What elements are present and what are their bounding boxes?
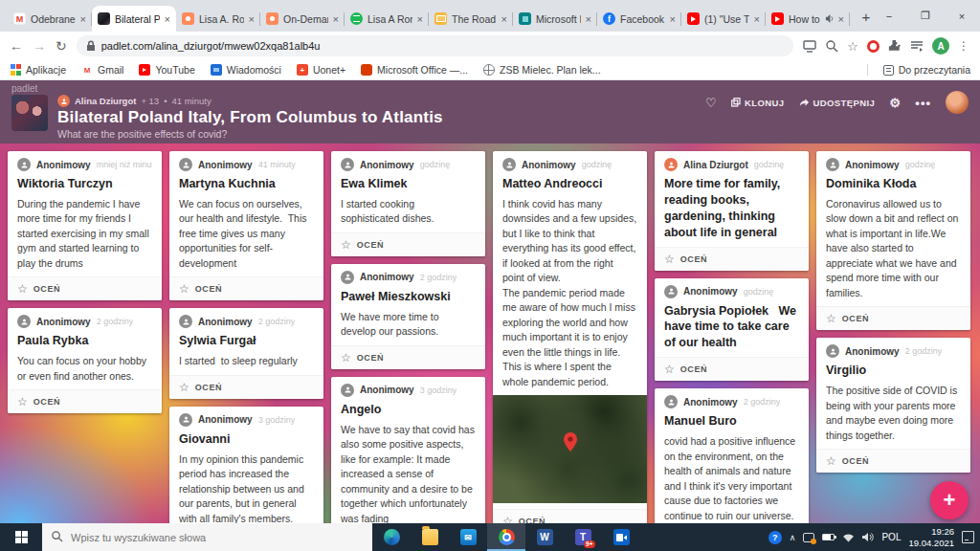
bookmark-star-icon[interactable]: ☆ [847,39,858,54]
share-button[interactable]: UDOSTĘPNIJ [799,98,876,108]
taskbar-camera-icon[interactable] [602,523,640,551]
note-card[interactable]: Anonimowy 2 godziny Sylwia Furgał I star… [169,308,323,398]
padlet-board[interactable]: Anonimowy mniej niż minutę Wiktoria Turc… [0,143,980,523]
note-card[interactable]: Anonimowy godzinę Ewa Klimek I started c… [331,151,485,256]
taskbar-clock[interactable]: 19:26 19.04.2021 [908,526,954,549]
tab-close-icon[interactable]: × [333,13,339,25]
reading-list-button[interactable]: Do przeczytania [883,64,970,76]
collaborator-count[interactable]: + 13 [141,96,159,106]
extension-red-o-icon[interactable] [867,40,880,53]
bookmark-item[interactable]: + Uonet+ [297,64,345,76]
taskbar-teams-icon[interactable]: T9+ [564,523,602,551]
rate-button[interactable]: ☆ OCEŃ [493,509,647,523]
tab-close-icon[interactable]: × [670,13,676,25]
browser-tab[interactable]: On-Demand × [260,6,345,32]
note-card[interactable]: Anonimowy 3 godziny Giovanni In my opini… [169,407,323,523]
minimize-button[interactable]: − [871,0,907,32]
user-avatar[interactable] [946,91,969,114]
post-body: I started cooking sophisticated dishes. [331,192,485,227]
tab-close-icon[interactable]: × [417,13,423,25]
bookmark-item[interactable]: Aplikacje [10,64,66,76]
tab-close-icon[interactable]: × [586,13,591,25]
taskbar-word-icon[interactable]: W [525,523,564,551]
language-indicator[interactable]: POL [881,532,901,542]
rate-button[interactable]: ☆ OCEŃ [8,389,162,413]
add-post-button[interactable]: + [930,481,969,519]
browser-tab[interactable]: Lisa A Roma × [345,6,429,32]
note-card[interactable]: Anonimowy 3 godziny Angelo We have to sa… [331,377,485,523]
tab-close-icon[interactable]: × [249,13,255,25]
help-icon[interactable]: ? [768,531,782,544]
start-button[interactable] [0,523,42,551]
browser-tab[interactable]: f Facebook × [597,6,681,32]
browser-tab[interactable]: Bilateral Pol × [92,6,176,32]
note-card[interactable]: Anonimowy godzinę Gabrysia Popiołek We h… [655,278,809,382]
browser-tab[interactable]: The Road B × [429,6,513,32]
taskbar-explorer-icon[interactable] [411,523,449,551]
board-author[interactable]: Alina Dziurgot [75,96,136,106]
rate-button[interactable]: ☆ OCEŃ [169,276,323,300]
back-icon[interactable]: ← [10,38,23,54]
rate-button[interactable]: ☆ OCEŃ [816,306,970,330]
browser-tab[interactable]: (1) "Use The × [681,6,766,32]
profile-avatar[interactable]: A [932,37,949,55]
note-card[interactable]: Anonimowy godzinę Dominika Kłoda Coronav… [816,151,970,330]
more-options-icon[interactable]: ••• [915,96,931,110]
tab-close-icon[interactable]: × [838,13,844,25]
note-card[interactable]: Anonimowy godzinę Matteo Andreocci I thi… [493,151,647,523]
rate-button[interactable]: ☆ OCEŃ [169,375,323,399]
browser-tab[interactable]: Microsoft Fo × [513,6,597,32]
settings-gear-icon[interactable]: ⚙ [889,96,901,110]
browser-menu-icon[interactable]: ⋮ [958,39,970,53]
browser-tab[interactable]: M Odebrane (2 × [8,6,92,32]
rate-button[interactable]: ☆ OCEŃ [8,276,162,300]
browser-tab[interactable]: How to × [766,6,850,32]
star-icon: ☆ [341,352,351,364]
bookmark-item[interactable]: Microsoft Office —... [361,64,468,76]
bookmark-item[interactable]: ZSB Mielec. Plan lek... [483,64,601,76]
action-center-icon[interactable] [962,531,974,543]
extensions-puzzle-icon[interactable] [888,39,902,53]
volume-icon[interactable] [862,532,874,542]
rate-button[interactable]: ☆ OCEŃ [816,449,970,473]
clone-button[interactable]: KLONUJ [731,98,784,108]
note-card[interactable]: Anonimowy 2 godziny Paula Rybka You can … [8,308,162,413]
browser-tab[interactable]: Lisa A. Roma × [176,6,260,32]
taskbar-chrome-icon[interactable] [487,523,525,551]
taskbar-search-input[interactable] [42,523,372,551]
bookmark-item[interactable]: M Gmail [81,64,123,76]
note-card[interactable]: Alina Dziurgot godzinę More time for fam… [655,151,809,271]
note-card[interactable]: Anonimowy 41 minuty Martyna Kuchnia We c… [169,151,323,300]
tab-close-icon[interactable]: × [754,13,760,25]
maximize-button[interactable]: ❐ [907,0,944,32]
send-to-device-icon[interactable] [803,40,816,53]
rate-button[interactable]: ☆ OCEŃ [655,357,809,381]
bookmark-item[interactable]: Wiadomości [211,64,281,76]
like-heart-icon[interactable]: ♡ [705,96,717,110]
media-queue-icon[interactable] [910,40,924,52]
taskbar-mail-icon[interactable]: ✉ [449,523,487,551]
tray-chevron-icon[interactable]: ∧ [790,533,796,542]
tab-close-icon[interactable]: × [80,13,86,25]
tab-close-icon[interactable]: × [165,13,170,25]
reload-icon[interactable]: ↻ [56,38,67,54]
map-attachment[interactable] [493,395,647,503]
rate-button[interactable]: ☆ OCEŃ [331,232,485,256]
close-button[interactable]: × [944,0,980,32]
forward-icon[interactable]: → [33,38,46,54]
note-card[interactable]: Anonimowy 2 godziny Virgilio The positiv… [816,338,970,473]
wifi-icon[interactable] [842,533,855,542]
battery-icon[interactable] [822,534,835,540]
rate-button[interactable]: ☆ OCEŃ [655,247,809,271]
board-cover-avatar[interactable] [11,95,48,131]
note-card[interactable]: Anonimowy 2 godziny Manuel Buro covid ha… [655,388,809,523]
bookmark-item[interactable]: YouTube [139,64,194,76]
taskbar-edge-icon[interactable] [372,523,411,551]
tab-close-icon[interactable]: × [501,13,507,25]
zoom-icon[interactable] [825,39,838,53]
url-field[interactable]: padlet.com/alina_dziurgot/mwew02xqa81alb… [77,35,794,56]
note-card[interactable]: Anonimowy 2 godziny Paweł Mieszkowski We… [331,264,485,369]
rate-button[interactable]: ☆ OCEŃ [331,345,485,369]
note-card[interactable]: Anonimowy mniej niż minutę Wiktoria Turc… [8,151,162,300]
onedrive-tray-icon[interactable] [803,533,814,542]
